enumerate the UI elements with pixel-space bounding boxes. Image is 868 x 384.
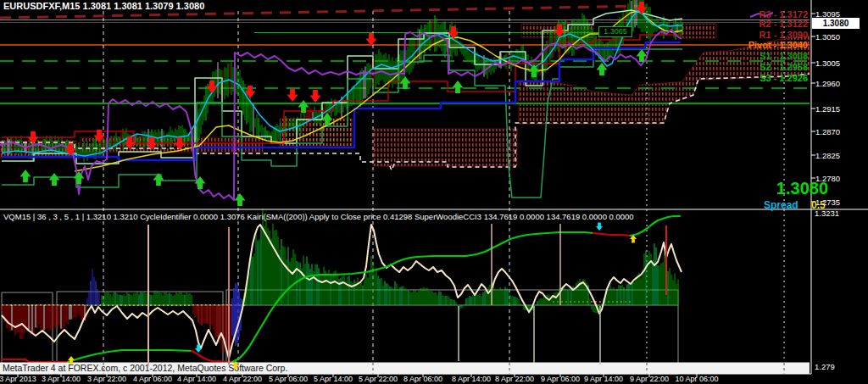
time-axis-label: 5 Apr 22:00: [359, 375, 398, 383]
pivot-label-2: R1 - 1.3090: [760, 30, 808, 40]
chart-canvas[interactable]: MetaTrader 4 at FOREX.com, c 2001-2012, …: [0, 0, 868, 384]
price-axis-label: 1.3005: [815, 58, 840, 68]
time-axis-label: 8 Apr 22:00: [495, 375, 534, 383]
time-axis-label: 8 Apr 06:00: [403, 375, 442, 383]
time-axis-label: 5 Apr 14:00: [314, 375, 353, 383]
time-axis-label: 10 Apr 06:00: [675, 375, 718, 383]
price-axis-label: 1.3095: [815, 9, 840, 19]
time-axis-label: 4 Apr 14:00: [177, 375, 216, 383]
time-axis-label: 9 Apr 06:00: [541, 375, 580, 383]
time-axis-label: 4 Apr 06:00: [133, 375, 172, 383]
price-axis-label: 1.2825: [815, 151, 840, 160]
time-axis-label: 9 Apr 14:00: [584, 375, 623, 383]
copyright-text: MetaTrader 4 at FOREX.com, c 2001-2012, …: [3, 363, 287, 373]
price-axis-label: 1.2960: [815, 79, 840, 88]
pivot-label-3: Pivot - 1.3040: [748, 40, 808, 50]
price-axis-label: 1.2870: [815, 127, 840, 136]
time-axis-label: 5 Apr 06:00: [269, 375, 308, 383]
time-axis-label: 8 Apr 14:00: [452, 375, 491, 383]
time-axis-label: 3 Apr 14:00: [42, 375, 81, 383]
time-axis-label: 4 Apr 22:00: [223, 375, 262, 383]
pivot-label-5: S2 - 1.2958: [760, 62, 808, 72]
price-axis-label: 1.2915: [815, 104, 840, 114]
mt4-chart-window: MetaTrader 4 at FOREX.com, c 2001-2012, …: [0, 0, 868, 384]
pivot-label-1: R2 - 1.3122: [760, 19, 808, 29]
pivot-label-6: S3 - 1.2926: [760, 73, 808, 83]
price-axis-label: 1.3050: [815, 32, 840, 42]
price-axis-label: 1.2780: [815, 174, 840, 183]
time-axis-label: 3 Apr 22:00: [87, 375, 126, 383]
time-axis-label: 3 Apr 2013: [0, 375, 36, 383]
price-axis-label: 1.2735: [815, 198, 840, 207]
pivot-label-4: S1 - 1.3008: [760, 51, 808, 61]
time-axis-label: 9 Apr 22:00: [630, 375, 669, 383]
